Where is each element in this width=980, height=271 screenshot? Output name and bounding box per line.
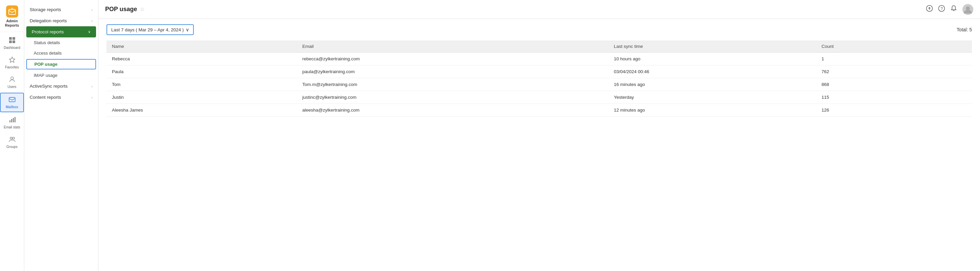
sidebar-item-mailbox[interactable]: Mailbox xyxy=(0,93,24,112)
date-filter-chevron-icon: ∨ xyxy=(186,27,189,32)
topbar-left: POP usage ☆ xyxy=(105,6,145,13)
sidebar-item-content-reports[interactable]: Content reports › xyxy=(24,92,98,103)
page-title: POP usage xyxy=(105,6,137,13)
svg-rect-2 xyxy=(13,37,15,40)
mailbox-icon xyxy=(9,96,16,105)
sidebar-item-users[interactable]: Users xyxy=(0,73,24,91)
sidebar-item-dashboard[interactable]: Dashboard xyxy=(0,34,24,52)
sidebar-item-delegation-reports[interactable]: Delegation reports › xyxy=(24,15,98,26)
svg-rect-7 xyxy=(9,97,15,102)
app-logo-icon xyxy=(6,5,18,18)
content-area: Last 7 days ( Mar 29 – Apr 4, 2024 ) ∨ T… xyxy=(99,19,980,271)
sidebar-item-protocol-reports[interactable]: Protocol reports ∨ xyxy=(26,26,96,37)
groups-label: Groups xyxy=(6,145,18,149)
sidebar: Storage reports › Delegation reports › P… xyxy=(24,0,99,271)
column-header-name: Name xyxy=(107,40,297,53)
chevron-right-icon: › xyxy=(91,84,93,88)
total-count-label: Total: 5 xyxy=(957,27,972,32)
cell-name: Aleesha James xyxy=(107,104,297,116)
cell-last-sync: 16 minutes ago xyxy=(608,78,816,91)
upload-icon[interactable] xyxy=(926,5,933,13)
dashboard-icon xyxy=(9,37,16,45)
cell-count: 1 xyxy=(816,53,972,65)
sidebar-sub-item-imap-usage[interactable]: IMAP usage xyxy=(24,70,98,81)
sidebar-item-email-stats[interactable]: Email stats xyxy=(0,113,24,132)
email-stats-icon xyxy=(9,116,16,125)
favorite-star-icon[interactable]: ☆ xyxy=(140,6,145,13)
svg-rect-10 xyxy=(13,118,14,122)
email-stats-label: Email stats xyxy=(4,125,20,129)
sidebar-item-groups[interactable]: Groups xyxy=(0,133,24,151)
svg-rect-11 xyxy=(14,117,16,122)
cell-last-sync: Yesterday xyxy=(608,91,816,104)
sidebar-sub-item-pop-usage[interactable]: POP usage xyxy=(26,59,96,69)
cell-count: 868 xyxy=(816,78,972,91)
column-header-count: Count xyxy=(816,40,972,53)
date-filter-button[interactable]: Last 7 days ( Mar 29 – Apr 4, 2024 ) ∨ xyxy=(107,24,194,35)
avatar[interactable] xyxy=(963,4,973,15)
cell-name: Paula xyxy=(107,65,297,78)
cell-count: 762 xyxy=(816,65,972,78)
svg-rect-0 xyxy=(9,10,16,14)
dashboard-label: Dashboard xyxy=(4,46,20,49)
chevron-right-icon: › xyxy=(91,8,93,12)
date-filter-label: Last 7 days ( Mar 29 – Apr 4, 2024 ) xyxy=(111,27,184,32)
cell-email: aleesha@zylkertraining.com xyxy=(297,104,608,116)
favorites-icon xyxy=(9,56,16,65)
users-icon xyxy=(9,76,16,84)
cell-email: rebecca@zylkertraining.com xyxy=(297,53,608,65)
column-header-last-sync: Last sync time xyxy=(608,40,816,53)
svg-rect-9 xyxy=(11,119,12,122)
filter-row: Last 7 days ( Mar 29 – Apr 4, 2024 ) ∨ T… xyxy=(107,24,972,35)
icon-navigation: Admin Reports Dashboard Favorites xyxy=(0,0,24,271)
cell-count: 115 xyxy=(816,91,972,104)
favorites-label: Favorites xyxy=(5,65,19,69)
table-row: Justin justinc@zylkertraining.com Yester… xyxy=(107,91,972,104)
svg-text:?: ? xyxy=(940,6,943,11)
sidebar-sub-item-access-details[interactable]: Access details xyxy=(24,48,98,58)
svg-rect-8 xyxy=(10,120,10,122)
cell-name: Tom xyxy=(107,78,297,91)
table-row: Rebecca rebecca@zylkertraining.com 10 ho… xyxy=(107,53,972,65)
svg-point-6 xyxy=(11,77,13,80)
mailbox-label: Mailbox xyxy=(6,105,18,109)
cell-last-sync: 10 hours ago xyxy=(608,53,816,65)
app-header: Admin Reports xyxy=(0,3,24,32)
sidebar-item-favorites[interactable]: Favorites xyxy=(0,54,24,72)
svg-point-12 xyxy=(10,137,12,139)
svg-rect-1 xyxy=(9,37,12,40)
cell-count: 126 xyxy=(816,104,972,116)
cell-email: paula@zylkertraining.com xyxy=(297,65,608,78)
app-title: Admin Reports xyxy=(2,19,22,28)
main-content: POP usage ☆ ? xyxy=(99,0,980,271)
topbar: POP usage ☆ ? xyxy=(99,0,980,19)
chevron-right-icon: › xyxy=(91,19,93,23)
chevron-down-icon: ∨ xyxy=(88,30,91,34)
chevron-right-icon: › xyxy=(91,96,93,99)
cell-last-sync: 12 minutes ago xyxy=(608,104,816,116)
cell-last-sync: 03/04/2024 00:46 xyxy=(608,65,816,78)
svg-rect-4 xyxy=(13,40,15,43)
notification-icon[interactable] xyxy=(950,5,957,13)
cell-email: justinc@zylkertraining.com xyxy=(297,91,608,104)
cell-email: Tom.m@zylkertraining.com xyxy=(297,78,608,91)
pop-usage-table: Name Email Last sync time Count Rebecca … xyxy=(107,40,972,116)
users-label: Users xyxy=(7,85,16,89)
table-row: Paula paula@zylkertraining.com 03/04/202… xyxy=(107,65,972,78)
cell-name: Rebecca xyxy=(107,53,297,65)
table-header-row: Name Email Last sync time Count xyxy=(107,40,972,53)
table-row: Tom Tom.m@zylkertraining.com 16 minutes … xyxy=(107,78,972,91)
svg-marker-5 xyxy=(10,57,15,62)
topbar-right: ? xyxy=(926,4,973,15)
cell-name: Justin xyxy=(107,91,297,104)
table-row: Aleesha James aleesha@zylkertraining.com… xyxy=(107,104,972,116)
svg-rect-3 xyxy=(9,40,12,43)
sidebar-item-activesync-reports[interactable]: ActiveSync reports › xyxy=(24,81,98,92)
column-header-email: Email xyxy=(297,40,608,53)
groups-icon xyxy=(9,136,16,144)
sidebar-sub-item-status-details[interactable]: Status details xyxy=(24,37,98,48)
sidebar-item-storage-reports[interactable]: Storage reports › xyxy=(24,4,98,15)
svg-point-13 xyxy=(13,137,14,139)
help-icon[interactable]: ? xyxy=(938,5,945,13)
